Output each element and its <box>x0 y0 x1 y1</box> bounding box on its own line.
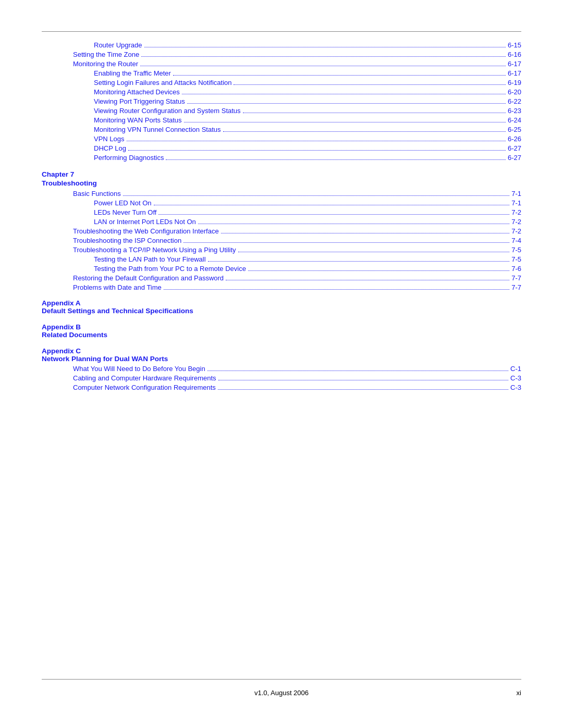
toc-item: Problems with Date and Time7-7 <box>42 283 521 291</box>
toc-dots <box>208 261 510 262</box>
appendix-b-subtitle-text: Related Documents <box>42 331 107 339</box>
toc-item-page: 7-4 <box>511 237 521 244</box>
footer-version: v1.0, August 2006 <box>63 689 500 697</box>
toc-item-page: 7-2 <box>511 218 521 226</box>
toc-item-page: 6-24 <box>508 116 521 124</box>
chapter7-subtitle-text: Troubleshooting <box>42 179 97 187</box>
toc-item: Enabling the Traffic Meter6-17 <box>42 69 521 77</box>
appendix-c-heading: Appendix C <box>42 347 521 355</box>
toc-item: Testing the Path from Your PC to a Remot… <box>42 265 521 273</box>
toc-item-page: C-1 <box>510 365 521 373</box>
toc-item-label: What You Will Need to Do Before You Begi… <box>73 365 205 373</box>
toc-item-label: Testing the Path from Your PC to a Remot… <box>94 265 246 273</box>
toc-item: Troubleshooting the Web Configuration In… <box>42 227 521 235</box>
bottom-rule: v1.0, August 2006 xi <box>42 679 521 697</box>
toc-dots <box>234 84 505 85</box>
toc-item-label: Restoring the Default Configuration and … <box>73 274 224 282</box>
toc-dots <box>164 289 509 290</box>
toc-item: Power LED Not On7-1 <box>42 199 521 207</box>
toc-item: Performing Diagnostics6-27 <box>42 154 521 162</box>
toc-item: Computer Network Configuration Requireme… <box>42 384 521 391</box>
toc-item: Router Upgrade6-15 <box>42 41 521 49</box>
toc-dots <box>154 205 510 205</box>
toc-appendix-c-entries: What You Will Need to Do Before You Begi… <box>42 365 521 393</box>
toc-item-page: 6-27 <box>508 144 521 152</box>
chapter7-label: Chapter 7 <box>42 170 74 178</box>
toc-item: Viewing Port Triggering Status6-22 <box>42 97 521 105</box>
toc-dots <box>166 159 506 160</box>
toc-item: Restoring the Default Configuration and … <box>42 274 521 282</box>
toc-item-page: 7-7 <box>511 283 521 291</box>
toc-item-page: 6-26 <box>508 135 521 143</box>
toc-item: Testing the LAN Path to Your Firewall7-5 <box>42 255 521 263</box>
toc-dots <box>141 56 506 57</box>
toc-item-label: DHCP Log <box>94 144 126 152</box>
toc-item-page: 6-20 <box>508 88 521 96</box>
toc-item: Cabling and Computer Hardware Requiremen… <box>42 374 521 382</box>
toc-item-label: Cabling and Computer Hardware Requiremen… <box>73 374 216 382</box>
toc-item-page: 7-1 <box>511 190 521 198</box>
toc-item-page: 7-1 <box>511 199 521 207</box>
toc-item: Monitoring WAN Ports Status6-24 <box>42 116 521 124</box>
chapter7-subtitle: Troubleshooting <box>42 179 521 187</box>
toc-dots <box>158 214 509 215</box>
toc-item-label: Testing the LAN Path to Your Firewall <box>94 255 206 263</box>
appendix-b-heading: Appendix B <box>42 323 521 331</box>
toc-item-label: Monitoring Attached Devices <box>94 88 180 96</box>
toc-item-page: 7-7 <box>511 274 521 282</box>
toc-item-label: Setting Login Failures and Attacks Notif… <box>94 79 231 87</box>
toc-dots <box>183 242 509 243</box>
toc-item-page: 6-15 <box>508 41 521 49</box>
toc-dots <box>127 141 506 141</box>
toc-dots <box>243 113 506 113</box>
toc-dots <box>128 150 506 151</box>
toc-dots <box>223 131 506 132</box>
toc-dots <box>248 270 509 271</box>
toc-dots <box>184 122 506 122</box>
toc-item-label: LAN or Internet Port LEDs Not On <box>94 218 196 226</box>
toc-dots <box>238 252 510 252</box>
toc-item-label: Power LED Not On <box>94 199 152 207</box>
appendix-a-heading: Appendix A <box>42 299 521 307</box>
toc-item-label: Router Upgrade <box>94 41 142 49</box>
toc-item-page: 6-27 <box>508 154 521 162</box>
toc-item-label: Basic Functions <box>73 190 121 198</box>
toc-item: Monitoring VPN Tunnel Connection Status6… <box>42 126 521 133</box>
toc-item-label: Troubleshooting a TCP/IP Network Using a… <box>73 246 236 254</box>
toc-item: Troubleshooting the ISP Connection7-4 <box>42 237 521 244</box>
appendix-c-subtitle: Network Planning for Dual WAN Ports <box>42 355 521 363</box>
toc-item-page: 6-17 <box>508 69 521 77</box>
toc-item-label: Setting the Time Zone <box>73 51 139 58</box>
footer: v1.0, August 2006 xi <box>42 689 521 697</box>
appendix-b-label: Appendix B <box>42 323 81 331</box>
toc-item-page: 6-19 <box>508 79 521 87</box>
toc-item-label: Performing Diagnostics <box>94 154 164 162</box>
footer-page-num: xi <box>500 689 521 697</box>
toc-dots <box>226 280 509 280</box>
toc-item: Viewing Router Configuration and System … <box>42 107 521 115</box>
toc-item: LAN or Internet Port LEDs Not On7-2 <box>42 218 521 226</box>
toc-item-page: 6-23 <box>508 107 521 115</box>
toc-item: LEDs Never Turn Off7-2 <box>42 208 521 216</box>
toc-item-page: 6-22 <box>508 97 521 105</box>
chapter7-heading: Chapter 7 <box>42 170 521 178</box>
appendix-c-label: Appendix C <box>42 347 81 355</box>
appendix-a-subtitle: Default Settings and Technical Specifica… <box>42 307 521 315</box>
toc-dots <box>198 224 509 224</box>
toc-item-page: 7-2 <box>511 208 521 216</box>
toc-item: Basic Functions7-1 <box>42 190 521 198</box>
toc-item-label: Enabling the Traffic Meter <box>94 69 171 77</box>
toc-item-label: Monitoring the Router <box>73 60 138 68</box>
toc-item-label: VPN Logs <box>94 135 125 143</box>
toc-top-entries: Router Upgrade6-15Setting the Time Zone6… <box>42 41 521 163</box>
toc-item: Troubleshooting a TCP/IP Network Using a… <box>42 246 521 254</box>
toc-item-page: 7-6 <box>511 265 521 273</box>
toc-item-page: 7-2 <box>511 227 521 235</box>
toc-item-label: LEDs Never Turn Off <box>94 208 156 216</box>
toc-item: VPN Logs6-26 <box>42 135 521 143</box>
toc-item-page: C-3 <box>510 384 521 391</box>
toc-item-label: Troubleshooting the Web Configuration In… <box>73 227 219 235</box>
toc-dots <box>207 371 508 371</box>
toc-item-label: Troubleshooting the ISP Connection <box>73 237 181 244</box>
toc-item-page: 7-5 <box>511 246 521 254</box>
